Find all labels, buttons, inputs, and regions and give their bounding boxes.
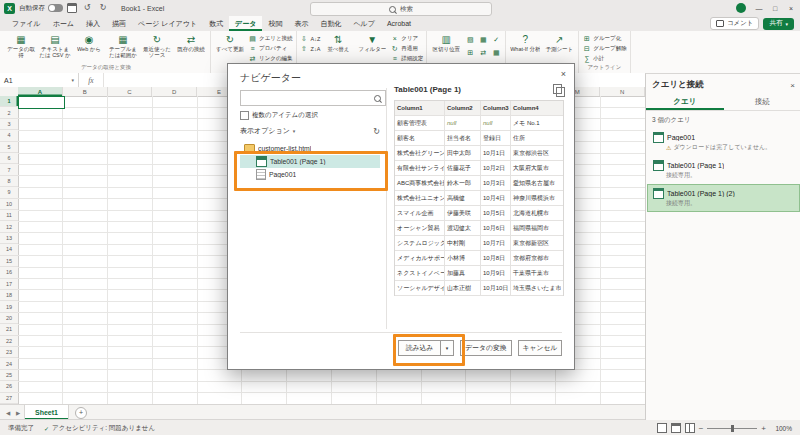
ribbon-button-sort[interactable]: ⇅並べ替え	[322, 32, 354, 52]
ribbon-button-consolidate[interactable]: ⊞	[464, 47, 476, 59]
ribbon-button-from-web[interactable]: ◉Web から	[73, 32, 105, 52]
ribbon-button-data-validation[interactable]: ✓	[490, 34, 502, 46]
ribbon-button-get-data[interactable]: ▦データの取得	[5, 32, 37, 58]
row-header[interactable]: 1	[0, 96, 18, 107]
row-header[interactable]: 26	[0, 381, 18, 392]
row-header[interactable]: 20	[0, 313, 18, 324]
row-header[interactable]: 13	[0, 233, 18, 244]
ribbon-button-advanced-filter[interactable]: ≡詳細設定	[390, 54, 423, 63]
ribbon-button-subtotal[interactable]: ∑小計	[582, 54, 626, 63]
row-header[interactable]: 24	[0, 358, 18, 369]
row-header[interactable]: 10	[0, 199, 18, 210]
pane-tab-queries[interactable]: クエリ	[646, 94, 724, 110]
ribbon-button-relationships[interactable]: ⇄	[477, 47, 489, 59]
row-header[interactable]: 11	[0, 210, 18, 221]
ribbon-tab[interactable]: 表示	[288, 16, 314, 31]
ribbon-tab[interactable]: 自動化	[314, 16, 347, 31]
ribbon-button-reapply-filter[interactable]: ↻再適用	[390, 44, 423, 53]
ribbon-button-flash-fill[interactable]: ▧	[464, 34, 476, 46]
row-header[interactable]: 9	[0, 187, 18, 198]
transform-data-button[interactable]: データの変換	[460, 340, 512, 356]
zoom-slider-thumb[interactable]	[731, 425, 734, 432]
row-header[interactable]: 5	[0, 142, 18, 153]
ribbon-button-refresh-all[interactable]: ↻すべて更新	[214, 32, 246, 52]
row-header[interactable]: 22	[0, 336, 18, 347]
name-box[interactable]: A1 ▾	[0, 73, 79, 87]
ribbon-button-text-to-columns[interactable]: ▥区切り位置	[430, 32, 462, 52]
ribbon-button-properties[interactable]: ≡プロパティ	[248, 44, 293, 53]
sheet-tab-sheet1[interactable]: Sheet1	[24, 405, 69, 420]
normal-view-icon[interactable]	[657, 423, 667, 433]
comments-button[interactable]: コメント	[710, 17, 760, 30]
ribbon-button-sort-descending[interactable]: ⇧Z↓A	[300, 44, 321, 53]
ribbon-button-manage-data-model[interactable]: ▦	[490, 47, 502, 59]
dialog-close-icon[interactable]: ×	[561, 69, 566, 79]
multi-select-checkbox[interactable]: 複数のアイテムの選択	[240, 111, 318, 120]
close-button[interactable]: ×	[784, 1, 798, 15]
row-header[interactable]: 2	[0, 107, 18, 118]
fx-icon[interactable]: fx	[79, 73, 104, 87]
row-header[interactable]: 14	[0, 244, 18, 255]
ribbon-tab[interactable]: ヘルプ	[347, 16, 381, 31]
ribbon-tab[interactable]: 数式	[203, 16, 229, 31]
row-header[interactable]: 12	[0, 221, 18, 232]
tree-item[interactable]: Table001 (Page 1)	[240, 155, 380, 168]
row-header[interactable]: 4	[0, 130, 18, 141]
row-header[interactable]: 19	[0, 301, 18, 312]
search-box[interactable]: 検索	[310, 2, 492, 16]
pane-tab-connections[interactable]: 接続	[724, 94, 800, 110]
row-header[interactable]: 3	[0, 119, 18, 130]
minimize-button[interactable]: —	[752, 1, 766, 15]
ribbon-button-recent-sources[interactable]: ↻最近使ったソース	[141, 32, 173, 58]
cancel-button[interactable]: キャンセル	[518, 340, 562, 356]
ribbon-button-what-if-analysis[interactable]: ?What-If 分析	[509, 32, 541, 52]
ribbon-button-clear-filter[interactable]: ×クリア	[390, 34, 423, 43]
avatar[interactable]	[736, 3, 746, 13]
ribbon-tab[interactable]: ページ レイアウト	[132, 16, 203, 31]
ribbon-button-filter[interactable]: ▼フィルター	[356, 32, 388, 52]
zoom-in-icon[interactable]: +	[761, 424, 766, 433]
row-header[interactable]: 17	[0, 279, 18, 290]
row-header[interactable]: 16	[0, 267, 18, 278]
row-header[interactable]: 8	[0, 176, 18, 187]
maximize-button[interactable]: □	[768, 1, 782, 15]
ribbon-button-from-table[interactable]: ▦テーブルまたは範囲から	[107, 32, 139, 58]
row-header[interactable]: 23	[0, 347, 18, 358]
redo-icon[interactable]: ↻	[97, 2, 109, 14]
load-dropdown-icon[interactable]: ▾	[440, 340, 454, 356]
refresh-icon[interactable]: ↻	[373, 127, 380, 136]
row-header[interactable]: 6	[0, 153, 18, 164]
share-button[interactable]: 共有 ▾	[763, 18, 794, 30]
page-layout-view-icon[interactable]	[671, 423, 681, 433]
row-header[interactable]: 27	[0, 393, 18, 404]
navigator-search-input[interactable]	[240, 90, 386, 106]
column-header[interactable]: N	[600, 87, 645, 96]
ribbon-button-sort-ascending[interactable]: ⇩A↓Z	[300, 34, 321, 43]
ribbon-tab[interactable]: ファイル	[6, 16, 47, 31]
zoom-level[interactable]: 100%	[770, 425, 792, 432]
row-header[interactable]: 15	[0, 256, 18, 267]
ribbon-button-remove-duplicates[interactable]: ▦	[477, 34, 489, 46]
ribbon-button-edit-links[interactable]: ⇄リンクの編集	[248, 54, 293, 63]
column-header[interactable]: A	[18, 87, 63, 96]
ribbon-tab[interactable]: Acrobat	[381, 16, 417, 31]
row-header[interactable]: 25	[0, 370, 18, 381]
display-options-dropdown[interactable]: 表示オプション ▾ ↻	[240, 126, 380, 136]
ribbon-button-group[interactable]: ⊞グループ化	[582, 34, 626, 43]
column-header[interactable]: B	[63, 87, 108, 96]
zoom-slider[interactable]	[707, 428, 757, 429]
add-sheet-button[interactable]: +	[75, 407, 87, 419]
tree-item[interactable]: customer-list.html	[240, 142, 380, 155]
ribbon-tab[interactable]: 挿入	[80, 16, 106, 31]
ribbon-button-queries-connections[interactable]: ▤クエリと接続	[248, 34, 293, 43]
page-break-preview-icon[interactable]	[685, 423, 695, 433]
ribbon-button-existing-connections[interactable]: ⇄既存の接続	[175, 32, 207, 52]
ribbon-tab[interactable]: ホーム	[47, 16, 80, 31]
undo-icon[interactable]: ↺	[81, 2, 93, 14]
ribbon-button-from-text-csv[interactable]: ▤テキストまたは CSV から	[39, 32, 71, 58]
column-header[interactable]: C	[108, 87, 153, 96]
save-icon[interactable]	[67, 3, 77, 13]
zoom-out-icon[interactable]: −	[699, 424, 704, 433]
ribbon-tab[interactable]: データ	[229, 16, 262, 31]
next-sheet-icon[interactable]: ▶	[14, 410, 22, 416]
